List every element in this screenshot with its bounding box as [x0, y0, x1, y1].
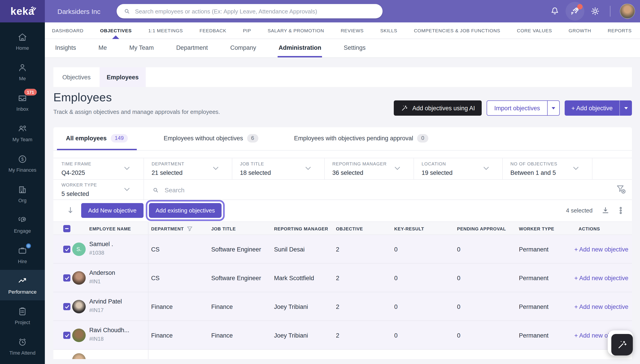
tab-employees-pending-approval[interactable]: Employees with objectives pending approv…	[285, 127, 437, 150]
view-tab-employees[interactable]: Employees	[100, 67, 146, 87]
employee-id: #IN17	[89, 307, 104, 313]
sidebar-item-my-team[interactable]: My Team	[0, 118, 45, 148]
clear-filter-icon[interactable]	[616, 184, 626, 194]
tab-pip[interactable]: PIP	[243, 22, 251, 39]
filter-worker-type[interactable]: WORKER TYPE 5 selected	[53, 179, 144, 200]
add-existing-objectives-button[interactable]: Add existing objectives	[149, 203, 222, 218]
performance-icon	[17, 276, 28, 286]
employee-id: #1038	[89, 250, 104, 256]
tab-dashboard[interactable]: DASHBOARD	[52, 22, 84, 39]
subtab-insights[interactable]: Insights	[54, 39, 77, 58]
global-search-input[interactable]	[135, 8, 376, 14]
row-checkbox-checked[interactable]	[63, 274, 71, 282]
employee-name[interactable]: Samuel .	[89, 241, 113, 248]
tab-growth[interactable]: GROWTH	[569, 22, 591, 39]
filter-no-of-objectives[interactable]: NO OF OBJECTIVES Between 1 and 5	[502, 158, 592, 179]
add-objective-button[interactable]: + Add objective	[565, 100, 632, 116]
keka-logo[interactable]: keka	[0, 0, 45, 22]
employee-name[interactable]: Arvind Patel	[89, 298, 122, 305]
col-department[interactable]: DEPARTMENT	[151, 222, 192, 235]
subtab-administration[interactable]: Administration	[278, 39, 322, 58]
tab-feedback[interactable]: FEEDBACK	[200, 22, 227, 39]
sidebar-item-performance[interactable]: Performance	[0, 270, 45, 300]
col-objective[interactable]: OBJECTIVE	[336, 222, 363, 235]
add-new-objective-button[interactable]: Add New objective	[81, 203, 144, 218]
row-checkbox-checked[interactable]	[63, 332, 71, 339]
filter-department[interactable]: DEPARTMENT 21 selected	[144, 158, 232, 179]
team-icon	[17, 123, 28, 134]
bulk-action-bar: Add New objective Add existing objective…	[53, 200, 632, 222]
employee-filter-tabs: All employees 149 Employees without obje…	[53, 127, 632, 150]
top-bar: keka Darksiders Inc	[0, 0, 640, 22]
view-tab-objectives[interactable]: Objectives	[53, 67, 100, 87]
user-avatar[interactable]	[620, 4, 635, 19]
add-new-objective-link[interactable]: + Add new objective	[574, 235, 628, 264]
employee-name[interactable]: Ravi Choudh...	[89, 327, 129, 334]
tab-core-values[interactable]: CORE VALUES	[517, 22, 552, 39]
tab-1-1-meetings[interactable]: 1:1 MEETINGS	[148, 22, 183, 39]
row-checkbox-checked[interactable]	[63, 246, 71, 253]
global-search[interactable]	[117, 4, 383, 18]
tab-objectives[interactable]: OBJECTIVES	[100, 22, 132, 39]
sidebar-item-project[interactable]: Project	[0, 300, 45, 331]
tab-employees-without-objectives[interactable]: Employees without objectives 6	[155, 127, 267, 150]
subtab-my-team[interactable]: My Team	[129, 39, 155, 58]
col-job-title[interactable]: JOB TITLE	[211, 222, 236, 235]
filter-location[interactable]: LOCATION 19 selected	[413, 158, 502, 179]
arrow-down-icon[interactable]	[65, 205, 76, 216]
tab-competencies[interactable]: COMPETENCIES & JOB FUNCTIONS	[414, 22, 500, 39]
ai-assistant-fab[interactable]	[608, 330, 633, 356]
add-new-objective-link[interactable]: + Add new objective	[574, 264, 628, 292]
col-worker-type[interactable]: WORKER TYPE	[519, 222, 554, 235]
tab-salary-promotion[interactable]: SALARY & PROMOTION	[268, 22, 324, 39]
import-dropdown-caret[interactable]	[548, 101, 559, 115]
gear-icon[interactable]	[590, 6, 600, 16]
bell-icon[interactable]	[549, 6, 560, 16]
sidebar-item-home[interactable]: Home	[0, 26, 45, 56]
import-objectives-button[interactable]: Import objectives	[487, 100, 560, 116]
col-pending-approval[interactable]: PENDING APPROVAL	[457, 222, 506, 235]
employee-name[interactable]: Anderson	[89, 270, 115, 276]
sidebar-item-hire[interactable]: Hire	[0, 240, 45, 270]
row-checkbox-checked[interactable]	[63, 303, 71, 310]
tab-all-employees[interactable]: All employees 149	[57, 127, 137, 150]
subtab-department[interactable]: Department	[175, 39, 209, 58]
selected-count: 4 selected	[566, 207, 593, 214]
subtab-me[interactable]: Me	[98, 39, 108, 58]
table-row: Anderson #IN1 CS Software Engineer Mark …	[53, 264, 632, 292]
filter-reporting-manager[interactable]: REPORTING MANAGER 36 selected	[324, 158, 413, 179]
col-employee-name[interactable]: EMPLOYEE NAME	[89, 222, 131, 235]
table-search-input[interactable]	[165, 186, 523, 194]
table-search[interactable]	[144, 179, 592, 200]
add-new-objective-link[interactable]: + Add new objective	[574, 292, 628, 321]
add-objective-dropdown-caret[interactable]	[620, 100, 632, 116]
count-badge: 6	[247, 134, 258, 142]
rocket-icon[interactable]	[569, 6, 580, 16]
download-icon[interactable]	[600, 206, 610, 216]
sidebar-item-my-finances[interactable]: $ My Finances	[0, 148, 45, 178]
checkbox-indeterminate[interactable]	[63, 225, 71, 232]
add-objectives-ai-button[interactable]: Add objectives using AI	[394, 100, 482, 116]
filter-job-title[interactable]: JOB TITLE 18 selected	[232, 158, 324, 179]
project-icon	[17, 306, 28, 317]
sidebar-item-engage[interactable]: Engage	[0, 209, 45, 240]
tab-reports[interactable]: REPORTS	[608, 22, 632, 39]
sidebar-item-org[interactable]: Org	[0, 178, 45, 209]
chevron-down-icon	[483, 167, 489, 170]
funnel-icon[interactable]	[187, 226, 192, 231]
subtab-company[interactable]: Company	[229, 39, 257, 58]
sidebar-item-me[interactable]: Me	[0, 56, 45, 87]
table-row-partial	[53, 350, 632, 359]
table-row: S. Samuel . #1038 CS Software Engineer S…	[53, 235, 632, 264]
subtab-settings[interactable]: Settings	[343, 39, 367, 58]
col-reporting-manager[interactable]: REPORTING MANAGER	[274, 222, 328, 235]
tab-skills[interactable]: SKILLS	[380, 22, 397, 39]
sidebar-item-time-attend[interactable]: Time Attend	[0, 331, 45, 361]
col-key-result[interactable]: KEY-RESULT	[394, 222, 424, 235]
home-icon	[17, 32, 28, 42]
magic-wand-icon	[617, 339, 627, 350]
sidebar-item-inbox[interactable]: Inbox 171	[0, 87, 45, 118]
filter-time-frame[interactable]: TIME FRAME Q4-2025	[53, 158, 144, 179]
kebab-menu-icon[interactable]	[616, 206, 626, 216]
tab-reviews[interactable]: REVIEWS	[341, 22, 363, 39]
